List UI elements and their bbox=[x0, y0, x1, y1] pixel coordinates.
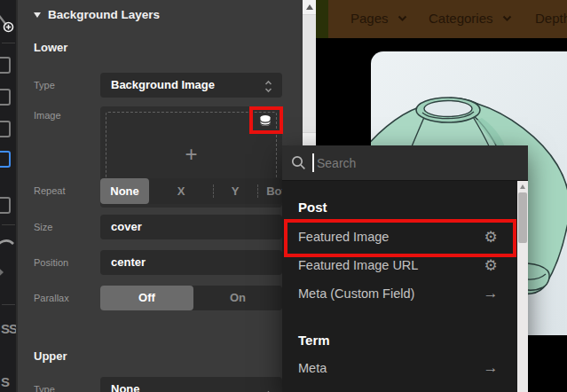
nav-depth[interactable]: Depth bbox=[535, 11, 567, 26]
gear-icon[interactable]: ⚙ bbox=[482, 258, 500, 273]
repeat-segmented-control: None X Y Both bbox=[100, 178, 282, 204]
arrow-right-icon[interactable]: → bbox=[482, 286, 500, 301]
type-select[interactable]: Background Image bbox=[100, 73, 282, 98]
block-icon[interactable] bbox=[0, 89, 11, 106]
annotation-highlight-database-icon bbox=[249, 106, 283, 134]
settings-panel-icon[interactable]: S bbox=[1, 374, 9, 389]
dynamic-data-dropdown: Post Featured Image ⚙ Featured Image URL… bbox=[282, 145, 528, 392]
frontend-nav-bar: Pages Categories Depth bbox=[328, 0, 567, 38]
upper-heading: Upper bbox=[34, 349, 67, 363]
repeat-label: Repeat bbox=[34, 185, 65, 196]
add-image-button[interactable]: + bbox=[100, 144, 282, 165]
annotation-highlight-featured-image bbox=[284, 219, 516, 257]
type-value: Background Image bbox=[111, 78, 215, 91]
scroll-up-arrow-icon[interactable] bbox=[306, 4, 313, 10]
repeat-option-none[interactable]: None bbox=[100, 178, 149, 204]
collapse-caret-icon bbox=[34, 12, 41, 18]
nav-categories[interactable]: Categories bbox=[429, 11, 512, 26]
upper-type-value: None bbox=[111, 382, 140, 392]
page-builder-app: SS S Background Layers Lower Type Backgr… bbox=[0, 0, 567, 392]
parallax-label: Parallax bbox=[34, 293, 69, 303]
position-input[interactable]: center bbox=[100, 250, 282, 275]
chevron-down-icon bbox=[398, 9, 407, 24]
scroll-up-arrow-icon[interactable] bbox=[520, 184, 525, 189]
chevron-up-icon bbox=[264, 380, 273, 392]
div-icon[interactable] bbox=[0, 121, 11, 137]
css-panel-icon[interactable]: SS bbox=[1, 321, 17, 336]
lower-heading: Lower bbox=[34, 41, 67, 54]
search-input[interactable] bbox=[315, 145, 492, 181]
parallax-option-on[interactable]: On bbox=[193, 286, 282, 310]
scrollbar-thumb[interactable] bbox=[303, 14, 316, 133]
nav-pages[interactable]: Pages bbox=[350, 11, 407, 26]
group-header-post: Post bbox=[298, 200, 327, 215]
add-element-icon[interactable] bbox=[0, 12, 16, 34]
container-icon[interactable] bbox=[0, 57, 11, 74]
play-preview-icon[interactable] bbox=[0, 263, 4, 281]
repeat-option-y[interactable]: Y bbox=[213, 178, 257, 204]
panel-title: Background Layers bbox=[48, 8, 160, 21]
group-header-term: Term bbox=[298, 333, 330, 348]
repeat-option-x[interactable]: X bbox=[149, 178, 213, 204]
type-label: Type bbox=[34, 80, 55, 90]
item-featured-image-url[interactable]: Featured Image URL bbox=[298, 258, 418, 272]
parallax-option-off[interactable]: Off bbox=[100, 286, 193, 310]
parallax-segmented-control: Off On bbox=[100, 286, 282, 310]
size-label: Size bbox=[34, 222, 52, 232]
search-icon bbox=[291, 155, 306, 170]
undo-icon[interactable] bbox=[0, 236, 16, 252]
section-icon[interactable] bbox=[0, 197, 11, 214]
admin-bar-logo-area bbox=[316, 0, 328, 38]
upper-type-label: Type bbox=[34, 384, 55, 392]
dropdown-search-bar[interactable] bbox=[282, 145, 528, 181]
toolbar-divider bbox=[2, 43, 15, 43]
toolbar-divider bbox=[2, 304, 15, 305]
toolbar-divider bbox=[2, 224, 15, 225]
size-input[interactable]: cover bbox=[100, 215, 282, 239]
item-meta-custom-field[interactable]: Meta (Custom Field) bbox=[298, 286, 414, 301]
text-cursor bbox=[312, 153, 314, 172]
left-toolbar: SS S bbox=[0, 0, 18, 392]
upper-type-select[interactable]: None bbox=[100, 377, 282, 392]
position-label: Position bbox=[34, 257, 68, 268]
item-term-meta[interactable]: Meta bbox=[298, 361, 327, 375]
chevron-updown-icon bbox=[264, 78, 273, 103]
scrollbar-thumb[interactable] bbox=[518, 192, 527, 243]
image-label: Image bbox=[34, 110, 61, 121]
dropdown-scrollbar[interactable] bbox=[517, 181, 528, 392]
background-layers-panel: Background Layers Lower Type Background … bbox=[20, 0, 303, 392]
arrow-right-icon[interactable]: → bbox=[482, 360, 500, 375]
size-value: cover bbox=[111, 220, 142, 233]
position-value: center bbox=[111, 255, 146, 269]
active-element-icon[interactable] bbox=[0, 151, 11, 168]
panel-section-toggle[interactable]: Background Layers bbox=[34, 8, 160, 21]
chevron-down-icon bbox=[502, 9, 512, 24]
